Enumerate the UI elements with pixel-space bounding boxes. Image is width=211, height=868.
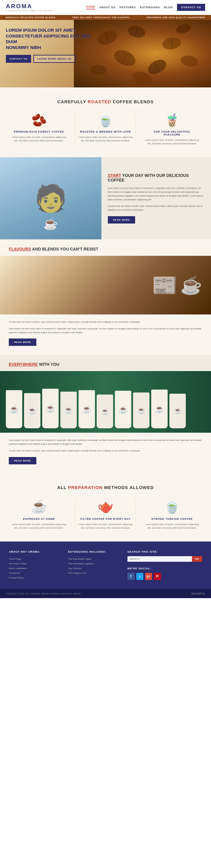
hero-learn-more-button[interactable]: LEARN MORE ABOUT US	[33, 55, 76, 63]
blend-text-1: Lorem ipsum dolor sit amet, consectetuer…	[12, 135, 66, 143]
everywhere-heading: EVERYWHERE WITH YOU	[9, 362, 202, 367]
blend-icon-2: 🍵	[78, 113, 133, 127]
nav-features[interactable]: FEATURES	[119, 6, 136, 9]
coffee-cup-illustration: ☕	[43, 217, 58, 230]
cup-3: ☕	[42, 389, 59, 428]
cup-1: ☕	[6, 390, 22, 428]
flavours-read-more-button[interactable]: READ MORE	[9, 339, 36, 346]
footer-ext-link-3[interactable]: Your Slimbox	[68, 566, 121, 571]
footer-link-5[interactable]: Privacy Policy	[9, 576, 62, 580]
flavours-highlight: FLAVOURS	[9, 247, 31, 251]
prep-text-2: Lorem ipsum dolor sit amet, consectetuer…	[78, 523, 133, 530]
social-google-plus-icon[interactable]: g+	[145, 573, 152, 580]
prep-item-2: 🫖 FILTER COFFEE FOR EVERY DAY Lorem ipsu…	[75, 499, 136, 530]
start-image: 🧑 ☕	[0, 157, 101, 239]
ticker-bar: MANUALLY SELECTED COFFEE BLENDS FREE DEL…	[0, 15, 211, 20]
prep-title-2: FILTER COFFEE FOR EVERY DAY	[78, 518, 133, 520]
nav-home[interactable]: HOME	[86, 5, 95, 9]
blends-section: CAREFULLY ROASTED COFFEE BLENDS 🫘 PREMIU…	[0, 87, 211, 157]
footer-link-4[interactable]: Contact us	[9, 571, 62, 576]
footer-col3-search-title: SEARCH THIS SITE:	[128, 550, 202, 553]
blends-title-highlight: ROASTED	[87, 99, 111, 104]
prep-icon-3: 🍵	[145, 499, 199, 514]
footer-col1-title: ABOUT HOT AROMA:	[9, 550, 62, 553]
start-para-1: Duis autem vel eum iriure dolor in hendr…	[108, 187, 205, 202]
footer-ext-link-1[interactable]: The NewsFlash Lights	[68, 557, 121, 561]
svg-point-11	[90, 64, 107, 76]
blends-title: CAREFULLY ROASTED COFFEE BLENDS	[9, 99, 202, 104]
footer-ext-link-4[interactable]: Free Magick v5.0	[68, 571, 121, 576]
prep-title-3: STRONG TURKISH COFFEE	[145, 518, 199, 520]
svg-point-10	[180, 54, 199, 68]
everywhere-heading-rest: WITH YOU	[38, 362, 60, 367]
cup-9: ☕	[151, 390, 168, 428]
blends-title-prefix: CAREFULLY	[58, 99, 87, 104]
navbar: AROMA A TEMPLATE WITH SMELL OF COFFEE HO…	[0, 0, 211, 15]
footer-link-1[interactable]: Home Page	[9, 557, 62, 561]
hero-contact-button[interactable]: CONTACT US	[6, 55, 31, 63]
everywhere-header: EVERYWHERE WITH YOU	[0, 355, 211, 371]
blends-title-suffix: COFFEE BLENDS	[111, 99, 153, 104]
start-read-more-button[interactable]: READ MORE	[108, 216, 135, 223]
social-twitter-icon[interactable]: t	[136, 573, 143, 580]
nav-about[interactable]: ABOUT US	[99, 6, 115, 9]
start-section: 🧑 ☕ START YOUR DAY WITH OUR DELICIOUS CO…	[0, 157, 211, 239]
prep-grid: ☕ ESPRESSO AT HOME Lorem ipsum dolor sit…	[9, 499, 202, 530]
cup-2: ☕	[24, 393, 40, 428]
ticker-item-3: FRESHNESS AND HIGH QUALITY GUARANTEED	[146, 17, 205, 19]
copyright-text: Copyright © 2014 Your Company. Joomla te…	[6, 592, 80, 595]
ticker-item-1: MANUALLY SELECTED COFFEE BLENDS	[6, 17, 56, 19]
prep-icon-1: ☕	[12, 499, 66, 514]
start-content: START YOUR DAY WITH OUR DELICIOUS COFFEE…	[101, 157, 211, 239]
footer-col-3: SEARCH THIS SITE: GO! WE'RE SOCIAL: f t …	[128, 550, 202, 580]
everywhere-image: ☕ ☕ ☕ ☕ ☕ ☕ ☕ ☕ ☕ ☕	[0, 371, 211, 433]
cup-6: ☕	[97, 395, 113, 428]
flavours-para-2: Duis autem vel eum iriure dolor in hendr…	[9, 327, 202, 335]
nav-extensions[interactable]: EXTENSIONS	[140, 6, 160, 9]
prep-item-1: ☕ ESPRESSO AT HOME Lorem ipsum dolor sit…	[9, 499, 69, 530]
everywhere-highlight: EVERYWHERE	[9, 362, 38, 367]
footer-search-button[interactable]: GO!	[192, 556, 202, 562]
flavours-heading: FLAVOURS AND BLENDS YOU CAN'T RESIST	[9, 247, 202, 251]
social-pinterest-icon[interactable]: P	[154, 573, 161, 580]
footer-col2-title: EXTENSIONS INCLUDED:	[68, 550, 121, 553]
flavours-section: FLAVOURS AND BLENDS YOU CAN'T RESIST 📰 ☕…	[0, 239, 211, 355]
blend-item-1: 🫘 PREMIUM RAIN FOREST COFFEE Lorem ipsum…	[9, 113, 69, 146]
blend-icon-1: 🫘	[12, 113, 66, 127]
hero-section: LOREM IPSUM DOLOR SIT AMET CONSECTETUER …	[0, 20, 211, 87]
hero-background	[74, 20, 211, 87]
prep-title-highlight: PREPARATION	[68, 485, 103, 490]
footer: ABOUT HOT AROMA: Home Page We Roast Coff…	[0, 541, 211, 589]
footer-col-1: ABOUT HOT AROMA: Home Page We Roast Coff…	[9, 550, 62, 580]
prep-title-prefix: ALL	[57, 485, 68, 490]
blend-icon-3: 🧋	[145, 113, 199, 127]
everywhere-content: Duis autem vel eum iriure dolor in hendr…	[0, 433, 211, 473]
nav-contact-button[interactable]: CONTACT US	[177, 4, 205, 11]
footer-social-title: WE'RE SOCIAL:	[128, 567, 202, 570]
footer-search-input[interactable]	[128, 556, 192, 562]
footer-link-2[interactable]: We Roast Coffee	[9, 561, 62, 566]
nav-blog[interactable]: BLOG	[164, 6, 173, 9]
blend-text-2: Lorem ipsum dolor sit amet, consectetuer…	[78, 135, 133, 143]
footer-grid: ABOUT HOT AROMA: Home Page We Roast Coff…	[9, 550, 202, 580]
footer-search-bar: GO!	[128, 556, 202, 562]
flavours-content: Ut wisi enim ad minim veniam, quis nostr…	[0, 314, 211, 355]
everywhere-read-more-button[interactable]: READ MORE	[9, 457, 36, 464]
prep-title-1: ESPRESSO AT HOME	[12, 518, 66, 520]
svg-point-12	[175, 23, 192, 35]
start-para-2: Ut wisi enim ad minim veniam, quis nostr…	[108, 205, 205, 212]
prep-section: ALL PREPARATION METHODS ALLOWED ☕ ESPRES…	[0, 473, 211, 541]
prep-text-1: Lorem ipsum dolor sit amet, consectetuer…	[12, 523, 66, 530]
footer-link-3[interactable]: Merch Installation	[9, 566, 62, 571]
prep-title: ALL PREPARATION METHODS ALLOWED	[9, 485, 202, 490]
footer-ext-link-2[interactable]: The RokGallery Lightbox	[68, 561, 121, 566]
flavours-header: FLAVOURS AND BLENDS YOU CAN'T RESIST	[0, 239, 211, 256]
newspaper-illustration: 📰	[152, 273, 177, 297]
blend-title-2: ROASTED & BREWED WITH LOVE	[78, 130, 133, 133]
social-facebook-icon[interactable]: f	[128, 573, 135, 580]
blend-item-3: 🧋 FOR YOUR DELIGHTFUL PLEASURE Lorem ips…	[142, 113, 202, 146]
everywhere-para-1: Duis autem vel eum iriure dolor in hendr…	[9, 438, 202, 446]
everywhere-section: EVERYWHERE WITH YOU ☕ ☕ ☕ ☕ ☕ ☕ ☕ ☕ ☕ ☕ …	[0, 355, 211, 473]
cup-4: ☕	[60, 392, 77, 428]
flavours-image: 📰 ☕	[0, 256, 211, 314]
